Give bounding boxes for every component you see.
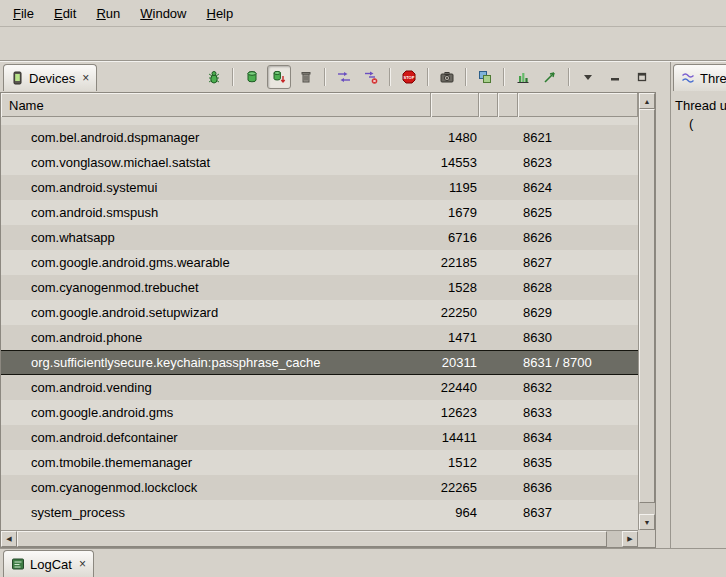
close-icon[interactable]: × bbox=[79, 557, 86, 571]
vertical-scrollbar-thumb[interactable] bbox=[639, 109, 655, 503]
table-row[interactable]: com.tmobile.thememanager15128635 bbox=[1, 450, 638, 475]
tab-logcat[interactable]: LogCat × bbox=[3, 550, 94, 577]
process-port: 8631 / 8700 bbox=[523, 351, 592, 374]
process-pid: 22265 bbox=[431, 475, 477, 500]
process-port: 8624 bbox=[523, 175, 552, 200]
table-row[interactable]: com.cyanogenmod.trebuchet15288628 bbox=[1, 275, 638, 300]
process-port: 8629 bbox=[523, 300, 552, 325]
process-pid: 1195 bbox=[431, 175, 477, 200]
column-header-name[interactable]: Name bbox=[1, 93, 431, 117]
table-row[interactable]: com.cyanogenmod.lockclock222658636 bbox=[1, 475, 638, 500]
table-row[interactable]: com.google.android.gms126238633 bbox=[1, 400, 638, 425]
threads-view: Threads Thread up ( bbox=[670, 62, 726, 548]
screen-capture-icon[interactable] bbox=[435, 65, 459, 89]
table-row[interactable]: com.android.defcontainer144118634 bbox=[1, 425, 638, 450]
process-port: 8626 bbox=[523, 225, 552, 250]
tab-threads[interactable]: Threads bbox=[673, 64, 726, 91]
svg-text:STOP: STOP bbox=[404, 75, 415, 80]
process-port: 8630 bbox=[523, 325, 552, 350]
down-arrow-icon: ▼ bbox=[644, 519, 651, 526]
menu-file[interactable]: File bbox=[4, 3, 43, 24]
toolbar-separator bbox=[232, 68, 234, 86]
process-port: 8621 bbox=[523, 125, 552, 150]
column-header-pid[interactable] bbox=[431, 93, 479, 117]
close-icon[interactable]: × bbox=[82, 71, 89, 85]
process-pid: 12623 bbox=[431, 400, 477, 425]
process-pid: 1528 bbox=[431, 275, 477, 300]
process-port: 8636 bbox=[523, 475, 552, 500]
process-name: com.vonglasow.michael.satstat bbox=[31, 150, 210, 175]
process-pid: 1471 bbox=[431, 325, 477, 350]
process-table: Name com.bel.android.dspmanager14808621c… bbox=[0, 92, 656, 548]
process-pid: 1679 bbox=[431, 200, 477, 225]
tab-threads-label: Threads bbox=[700, 71, 726, 86]
table-row[interactable]: system_process9648637 bbox=[1, 500, 638, 525]
process-port: 8623 bbox=[523, 150, 552, 175]
tab-logcat-label: LogCat bbox=[30, 557, 72, 572]
table-row[interactable]: com.bel.android.dspmanager14808621 bbox=[1, 125, 638, 150]
update-heap-icon[interactable] bbox=[240, 65, 264, 89]
table-row[interactable]: com.google.android.setupwizard222508629 bbox=[1, 300, 638, 325]
column-header-blank-2[interactable] bbox=[498, 93, 518, 117]
table-row[interactable]: com.android.smspush16798625 bbox=[1, 200, 638, 225]
vertical-scrollbar[interactable]: ▲ ▼ bbox=[638, 93, 655, 530]
column-header-name-label: Name bbox=[9, 98, 44, 113]
process-pid: 22440 bbox=[431, 375, 477, 400]
process-name: com.google.android.gms bbox=[31, 400, 173, 425]
update-threads-icon[interactable] bbox=[332, 65, 356, 89]
tracing-icon[interactable] bbox=[538, 65, 562, 89]
view-hierarchy-icon[interactable] bbox=[473, 65, 497, 89]
menu-run[interactable]: Run bbox=[87, 3, 129, 24]
tab-devices-label: Devices bbox=[29, 71, 75, 86]
process-port: 8628 bbox=[523, 275, 552, 300]
toolbar-separator bbox=[465, 68, 467, 86]
table-row[interactable]: com.android.systemui11958624 bbox=[1, 175, 638, 200]
scroll-up-button[interactable]: ▲ bbox=[639, 93, 655, 109]
process-pid: 964 bbox=[431, 500, 477, 525]
menubar: FileEditRunWindowHelp bbox=[0, 0, 726, 27]
process-name: com.android.defcontainer bbox=[31, 425, 178, 450]
process-pid: 1480 bbox=[431, 125, 477, 150]
menu-help[interactable]: Help bbox=[197, 3, 242, 24]
scroll-right-button[interactable]: ▶ bbox=[622, 531, 638, 547]
process-pid: 6716 bbox=[431, 225, 477, 250]
toolbar-separator bbox=[568, 68, 570, 86]
process-name: com.google.android.gms.wearable bbox=[31, 250, 230, 275]
stop-process-icon[interactable]: STOP bbox=[397, 65, 421, 89]
threads-message: Thread up bbox=[675, 98, 726, 113]
method-profiling-icon[interactable] bbox=[359, 65, 383, 89]
process-pid: 22185 bbox=[431, 250, 477, 275]
column-header-blank-1[interactable] bbox=[479, 93, 498, 117]
debug-process-icon[interactable] bbox=[202, 65, 226, 89]
table-row[interactable]: com.whatsapp67168626 bbox=[1, 225, 638, 250]
horizontal-scrollbar-thumb[interactable] bbox=[17, 531, 607, 547]
cause-gc-icon[interactable] bbox=[294, 65, 318, 89]
process-port: 8625 bbox=[523, 200, 552, 225]
minimize-icon[interactable] bbox=[603, 65, 627, 89]
process-name: com.android.systemui bbox=[31, 175, 157, 200]
process-pid: 14553 bbox=[431, 150, 477, 175]
devices-tabstrip: Devices × STOP bbox=[0, 62, 666, 92]
view-menu-icon[interactable] bbox=[576, 65, 600, 89]
scroll-left-button[interactable]: ◀ bbox=[1, 531, 17, 547]
bottom-tabstrip: LogCat × bbox=[0, 548, 726, 577]
maximize-icon[interactable] bbox=[630, 65, 654, 89]
table-row[interactable]: com.vonglasow.michael.satstat145538623 bbox=[1, 150, 638, 175]
column-header-port[interactable] bbox=[518, 93, 638, 117]
table-row[interactable]: com.android.vending224408632 bbox=[1, 375, 638, 400]
dump-hprof-icon[interactable] bbox=[267, 65, 291, 89]
menu-edit[interactable]: Edit bbox=[45, 3, 85, 24]
table-row[interactable]: com.android.phone14718630 bbox=[1, 325, 638, 350]
process-port: 8635 bbox=[523, 450, 552, 475]
process-name: com.cyanogenmod.lockclock bbox=[31, 475, 197, 500]
horizontal-scrollbar[interactable]: ◀ ▶ bbox=[1, 530, 638, 547]
toolbar-separator bbox=[324, 68, 326, 86]
tab-devices[interactable]: Devices × bbox=[3, 64, 97, 91]
table-row[interactable]: com.google.android.gms.wearable221858627 bbox=[1, 250, 638, 275]
table-header: Name bbox=[1, 93, 638, 117]
table-row[interactable]: org.sufficientlysecure.keychain:passphra… bbox=[1, 350, 638, 375]
scroll-down-button[interactable]: ▼ bbox=[639, 514, 655, 530]
threads-icon bbox=[681, 71, 695, 85]
menu-window[interactable]: Window bbox=[131, 3, 195, 24]
profiling-bars-icon[interactable] bbox=[511, 65, 535, 89]
